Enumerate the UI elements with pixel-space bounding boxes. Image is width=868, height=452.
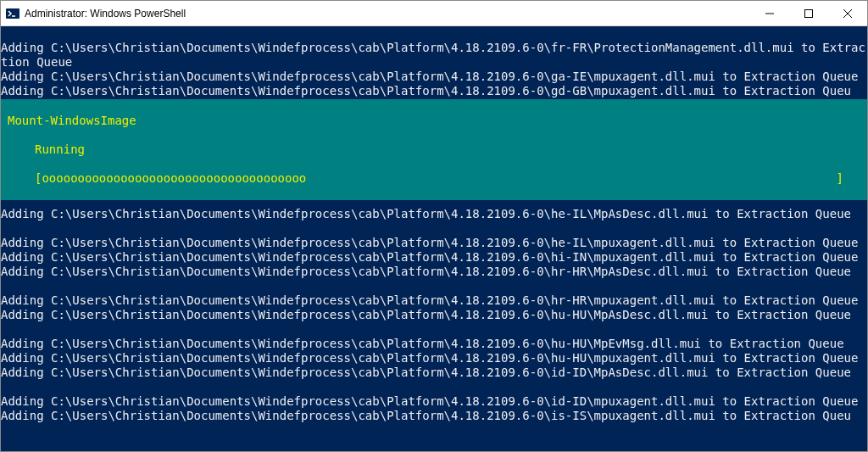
svg-rect-3 <box>805 9 813 17</box>
output-line: Adding C:\Users\Christian\Documents\Wind… <box>1 207 851 220</box>
output-line: Adding C:\Users\Christian\Documents\Wind… <box>1 351 858 365</box>
window-controls <box>750 1 867 25</box>
output-line: Adding C:\Users\Christian\Documents\Wind… <box>1 394 858 408</box>
output-line: Adding C:\Users\Christian\Documents\Wind… <box>1 293 858 307</box>
close-button[interactable] <box>828 1 867 25</box>
console-output[interactable]: Adding C:\Users\Christian\Documents\Wind… <box>1 26 867 451</box>
progress-bracket-close: ] <box>837 171 843 186</box>
maximize-button[interactable] <box>789 1 828 25</box>
window-title: Administrator: Windows PowerShell <box>25 8 750 20</box>
output-line: Adding C:\Users\Christian\Documents\Wind… <box>1 70 858 83</box>
output-line: Adding C:\Users\Christian\Documents\Wind… <box>1 265 851 278</box>
svg-rect-0 <box>6 8 19 19</box>
progress-title: Mount-WindowsImage <box>1 114 867 128</box>
powershell-icon <box>6 7 19 20</box>
output-line: Adding C:\Users\Christian\Documents\Wind… <box>1 41 865 69</box>
progress-bar: [ooooooooooooooooooooooooooooooooooooo] <box>1 171 867 186</box>
output-line: Adding C:\Users\Christian\Documents\Wind… <box>1 250 858 264</box>
titlebar[interactable]: Administrator: Windows PowerShell <box>1 1 867 26</box>
output-line: Adding C:\Users\Christian\Documents\Wind… <box>1 366 851 379</box>
progress-fill: ooooooooooooooooooooooooooooooooooooo <box>42 171 306 185</box>
progress-indicator: Mount-WindowsImage Running [oooooooooooo… <box>1 99 867 200</box>
minimize-button[interactable] <box>750 1 789 25</box>
output-line: Adding C:\Users\Christian\Documents\Wind… <box>1 337 844 350</box>
powershell-window: Administrator: Windows PowerShell Adding… <box>0 0 868 452</box>
progress-status: Running <box>1 142 867 157</box>
output-line: Adding C:\Users\Christian\Documents\Wind… <box>1 308 851 321</box>
output-line: Adding C:\Users\Christian\Documents\Wind… <box>1 84 851 98</box>
output-line: Adding C:\Users\Christian\Documents\Wind… <box>1 236 858 249</box>
output-line: Adding C:\Users\Christian\Documents\Wind… <box>1 409 851 422</box>
